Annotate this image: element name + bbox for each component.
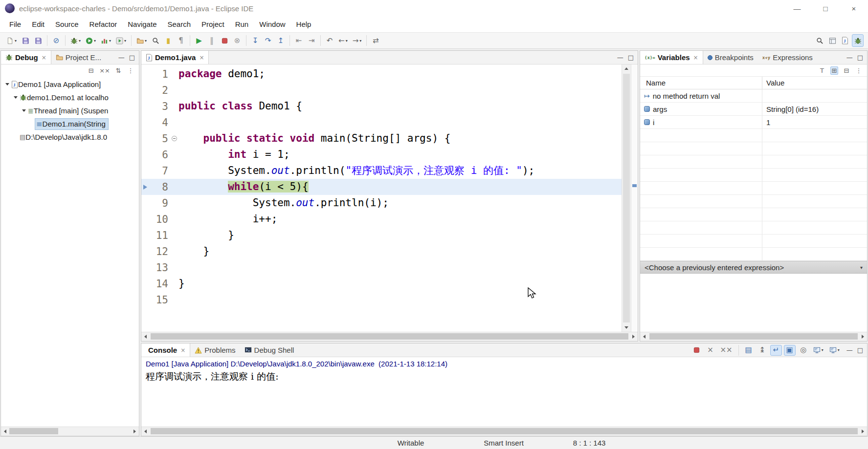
dropdown-caret-icon[interactable]: ▾ xyxy=(109,39,111,43)
menu-file[interactable]: File xyxy=(4,17,26,32)
scrollbar-thumb[interactable] xyxy=(151,333,628,340)
variable-row-i[interactable]: i1 xyxy=(640,116,867,129)
variable-row-no-method-return-val[interactable]: ↦no method return val xyxy=(640,89,867,103)
code-line-6[interactable]: 6 int i = 1; xyxy=(141,147,622,163)
last-edit-location-icon[interactable]: ↶ xyxy=(324,34,335,47)
tree-node-stack-frame[interactable]: ≡Demo1.main(String xyxy=(1,117,139,130)
terminate-icon[interactable] xyxy=(691,345,703,356)
dropdown-caret-icon[interactable]: ▾ xyxy=(838,348,840,352)
show-type-names-icon[interactable]: T xyxy=(818,67,826,74)
maximize-view-icon[interactable]: □ xyxy=(857,54,863,61)
dropdown-caret-icon[interactable]: ▾ xyxy=(822,348,823,352)
right-panel-tab-expressions[interactable]: x+yExpressions xyxy=(758,51,817,64)
menu-refactor[interactable]: Refactor xyxy=(84,17,123,32)
sort-icon[interactable]: ⇅ xyxy=(114,67,122,74)
code-line-2[interactable]: 2 xyxy=(141,82,622,98)
code-line-8[interactable]: 8 while(i < 5){ xyxy=(141,179,622,195)
scrollbar-thumb[interactable] xyxy=(9,428,58,434)
column-header-value[interactable]: Value xyxy=(762,77,867,89)
debug-tree[interactable]: JDemo1 [Java Application]demo1.Demo1 at … xyxy=(1,76,139,144)
remove-all-terminated-icon[interactable]: ×× xyxy=(99,67,110,74)
menu-help[interactable]: Help xyxy=(291,17,317,32)
run-icon[interactable]: ▾ xyxy=(84,34,98,47)
close-tab-icon[interactable]: × xyxy=(180,347,185,354)
remove-launch-icon[interactable]: × xyxy=(705,345,716,356)
column-header-name[interactable]: Name xyxy=(640,77,762,89)
line-number[interactable]: 3 xyxy=(149,101,170,112)
expression-combo[interactable]: <Choose a previously entered expression>… xyxy=(640,261,867,274)
dropdown-caret-icon[interactable]: ▾ xyxy=(15,39,17,43)
line-number[interactable]: 13 xyxy=(149,262,170,274)
menu-navigate[interactable]: Navigate xyxy=(122,17,162,32)
dropdown-caret-icon[interactable]: ▾ xyxy=(145,39,147,43)
maximize-view-icon[interactable]: □ xyxy=(857,346,863,354)
step-return-icon[interactable]: ↥ xyxy=(275,34,287,47)
menu-edit[interactable]: Edit xyxy=(26,17,50,32)
maximize-view-icon[interactable]: □ xyxy=(129,54,135,61)
line-number[interactable]: 7 xyxy=(149,165,170,177)
menu-project[interactable]: Project xyxy=(196,17,230,32)
scrollbar-track[interactable] xyxy=(150,332,629,341)
right-panel-tab-breakpoints[interactable]: Breakpoints xyxy=(703,51,758,64)
debug-icon[interactable]: ▾ xyxy=(68,34,83,47)
scroll-left-icon[interactable] xyxy=(1,427,9,436)
editor-hscrollbar[interactable] xyxy=(141,332,638,341)
variables-hscrollbar[interactable] xyxy=(640,332,867,341)
scroll-right-icon[interactable] xyxy=(859,332,867,341)
scroll-lock-icon[interactable]: ↨ xyxy=(757,345,768,356)
resume-icon[interactable]: ▶ xyxy=(193,34,205,47)
back-icon[interactable]: ←▾ xyxy=(336,34,350,47)
maximize-window-button[interactable]: □ xyxy=(811,0,840,17)
line-number[interactable]: 1 xyxy=(149,68,170,80)
display-console-icon[interactable]: ▾ xyxy=(811,345,825,356)
new-wizard-icon[interactable]: ▾ xyxy=(4,34,19,47)
code-line-1[interactable]: 1package demo1; xyxy=(141,66,622,82)
menu-search[interactable]: Search xyxy=(162,17,196,32)
drop-to-frame-icon[interactable]: ⇤ xyxy=(293,34,305,47)
scrollbar-track[interactable] xyxy=(9,427,131,436)
close-window-button[interactable]: × xyxy=(840,0,868,17)
open-perspective-icon[interactable] xyxy=(826,34,838,47)
dropdown-caret-icon[interactable]: ▾ xyxy=(359,39,361,43)
coverage-icon[interactable]: ▾ xyxy=(99,34,113,47)
minimize-window-button[interactable]: — xyxy=(783,0,811,17)
mark-occurrences-icon[interactable]: ▮ xyxy=(162,34,174,47)
minimize-view-icon[interactable]: — xyxy=(846,346,853,354)
disconnect-icon[interactable]: ⊗ xyxy=(231,34,243,47)
menu-window[interactable]: Window xyxy=(254,17,290,32)
code-line-9[interactable]: 9 System.out.println(i); xyxy=(141,195,622,211)
close-tab-icon[interactable]: × xyxy=(199,54,204,61)
editor-tab-demo1-java[interactable]: JDemo1.java× xyxy=(141,51,209,64)
code-area[interactable]: 1package demo1;23public class Demo1 {45 … xyxy=(141,64,622,332)
debug-view-tab-project-e[interactable]: Project E... xyxy=(51,51,106,64)
save-all-icon[interactable] xyxy=(32,34,44,47)
code-line-13[interactable]: 13 xyxy=(141,259,622,276)
pin-console-icon[interactable]: ◎ xyxy=(798,345,809,356)
link-with-editor-icon[interactable]: ⇄ xyxy=(370,34,381,47)
debug-view-hscrollbar[interactable] xyxy=(1,427,139,436)
menu-run[interactable]: Run xyxy=(230,17,254,32)
skip-all-breakpoints-icon[interactable]: ⊘ xyxy=(50,34,62,47)
console-tab-debug-shell[interactable]: Debug Shell xyxy=(240,343,299,357)
scrollbar-track[interactable] xyxy=(648,332,859,341)
close-tab-icon[interactable]: × xyxy=(42,54,46,61)
open-type-icon[interactable] xyxy=(150,34,161,47)
line-number[interactable]: 8 xyxy=(149,181,170,193)
console-empty-area[interactable] xyxy=(141,385,867,427)
dropdown-caret-icon[interactable]: ▾ xyxy=(94,39,96,43)
console-tab-console[interactable]: Console× xyxy=(141,343,190,357)
maximize-view-icon[interactable]: □ xyxy=(628,54,634,61)
scroll-right-icon[interactable] xyxy=(131,427,139,436)
fold-marker-icon[interactable] xyxy=(170,136,178,141)
clear-console-icon[interactable]: ▤ xyxy=(743,345,755,356)
remove-all-launches-icon[interactable]: ×× xyxy=(718,345,734,356)
code-line-7[interactable]: 7 System.out.println("程序调试演示，注意观察 i 的值: … xyxy=(141,163,622,179)
show-on-output-icon[interactable]: ▣ xyxy=(784,345,796,356)
tree-expander-icon[interactable] xyxy=(4,83,10,86)
line-number[interactable]: 11 xyxy=(149,230,170,241)
forward-icon[interactable]: →▾ xyxy=(351,34,364,47)
scroll-right-icon[interactable] xyxy=(859,427,867,436)
view-menu-icon[interactable]: ⋮ xyxy=(855,67,863,74)
tree-expander-icon[interactable] xyxy=(12,96,19,99)
step-into-icon[interactable]: ↧ xyxy=(249,34,261,47)
